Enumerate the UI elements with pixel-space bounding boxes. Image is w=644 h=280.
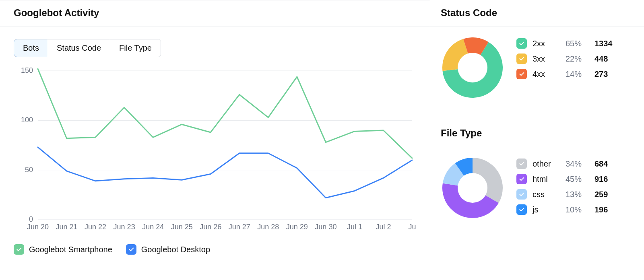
checkbox-icon: [14, 244, 24, 255]
legend-label: css: [533, 190, 560, 199]
legend-pct: 65%: [566, 39, 589, 48]
legend-label: other: [533, 159, 560, 169]
activity-tabs: Bots Status Code File Type: [14, 39, 161, 57]
legend-count: 1334: [594, 39, 613, 48]
legend-label: 4xx: [533, 70, 560, 79]
status-code-legend: 2xx65%13343xx22%4484xx14%273: [516, 38, 632, 79]
filetype-legend-item-css[interactable]: css13%259: [516, 189, 632, 200]
status-legend-item-3xx[interactable]: 3xx22%448: [516, 54, 632, 64]
tab-file-type[interactable]: File Type: [110, 39, 161, 57]
checkbox-icon: [516, 174, 527, 184]
file-type-legend: other34%684html45%916css13%259js10%196: [516, 159, 632, 215]
checkbox-icon: [516, 204, 527, 215]
status-legend-item-2xx[interactable]: 2xx65%1334: [516, 38, 632, 49]
legend-pct: 10%: [566, 205, 589, 214]
legend-label: 2xx: [533, 39, 560, 48]
filetype-legend-item-js[interactable]: js10%196: [516, 204, 632, 215]
tab-status-code[interactable]: Status Code: [48, 39, 110, 57]
status-legend-item-4xx[interactable]: 4xx14%273: [516, 69, 632, 79]
legend-count: 448: [594, 54, 608, 64]
legend-item-desktop[interactable]: Googlebot Desktop: [126, 244, 210, 255]
legend-label: js: [533, 205, 560, 214]
legend-count: 259: [594, 190, 608, 199]
activity-legend: Googlebot Smartphone Googlebot Desktop: [0, 244, 430, 255]
legend-pct: 14%: [566, 70, 589, 79]
checkbox-icon: [516, 54, 527, 64]
activity-title: Googlebot Activity: [0, 0, 430, 27]
legend-pct: 34%: [566, 159, 589, 169]
status-code-donut: [442, 37, 503, 98]
tab-bots[interactable]: Bots: [14, 39, 48, 57]
filetype-legend-item-html[interactable]: html45%916: [516, 174, 632, 184]
legend-label: 3xx: [533, 54, 560, 64]
legend-pct: 45%: [566, 175, 589, 184]
activity-line-chart: [0, 63, 430, 237]
legend-label: Googlebot Smartphone: [29, 245, 112, 254]
checkbox-icon: [516, 189, 527, 200]
checkbox-icon: [516, 38, 527, 49]
legend-label: Googlebot Desktop: [141, 245, 210, 254]
legend-count: 196: [594, 205, 608, 214]
checkbox-icon: [516, 159, 527, 169]
file-type-title: File Type: [430, 120, 644, 147]
filetype-legend-item-other[interactable]: other34%684: [516, 159, 632, 169]
legend-item-smartphone[interactable]: Googlebot Smartphone: [14, 244, 112, 255]
legend-count: 273: [594, 70, 608, 79]
legend-pct: 22%: [566, 54, 589, 64]
legend-label: html: [533, 175, 560, 184]
legend-pct: 13%: [566, 190, 589, 199]
legend-count: 684: [594, 159, 608, 169]
legend-count: 916: [594, 175, 608, 184]
checkbox-icon: [126, 244, 136, 255]
status-code-title: Status Code: [430, 0, 644, 27]
checkbox-icon: [516, 69, 527, 79]
file-type-donut: [442, 158, 503, 218]
